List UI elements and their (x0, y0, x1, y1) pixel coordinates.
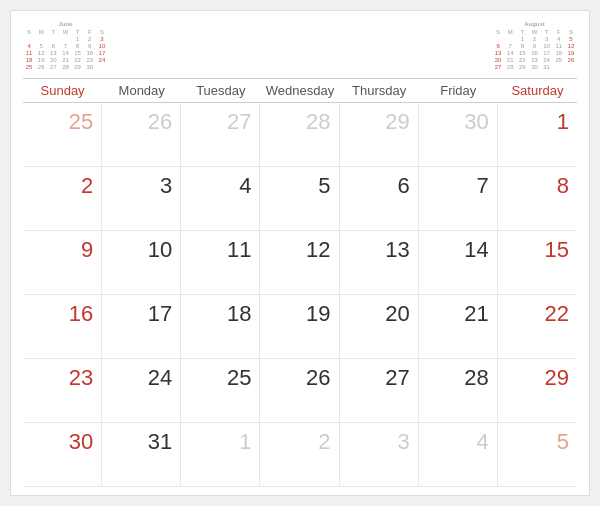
cal-cell[interactable]: 20 (340, 295, 419, 359)
cal-cell[interactable]: 7 (419, 167, 498, 231)
cal-cell[interactable]: 27 (181, 103, 260, 167)
mini-august-header-row: SMTWTFS (492, 28, 577, 35)
cal-cell[interactable]: 25 (181, 359, 260, 423)
cal-cell[interactable]: 13 (340, 231, 419, 295)
day-header-saturday: Saturday (498, 79, 577, 102)
mini-june-body: 1234567891011121314151617181920212223242… (23, 35, 108, 70)
cal-cell[interactable]: 19 (260, 295, 339, 359)
mini-june-title: June (23, 21, 108, 27)
cal-cell[interactable]: 14 (419, 231, 498, 295)
cal-cell[interactable]: 26 (260, 359, 339, 423)
days-header: SundayMondayTuesdayWednesdayThursdayFrid… (23, 78, 577, 103)
mini-june: June SMTWTFS 123456789101112131415161718… (23, 21, 108, 70)
cal-cell[interactable]: 28 (419, 359, 498, 423)
day-header-monday: Monday (102, 79, 181, 102)
cal-cell[interactable]: 5 (498, 423, 577, 487)
cal-cell[interactable]: 29 (340, 103, 419, 167)
cal-cell[interactable]: 31 (102, 423, 181, 487)
cal-cell[interactable]: 15 (498, 231, 577, 295)
cal-cell[interactable]: 27 (340, 359, 419, 423)
cal-cell[interactable]: 11 (181, 231, 260, 295)
cal-cell[interactable]: 16 (23, 295, 102, 359)
mini-august-title: August (492, 21, 577, 27)
day-header-friday: Friday (419, 79, 498, 102)
cal-cell[interactable]: 22 (498, 295, 577, 359)
cal-cell[interactable]: 26 (102, 103, 181, 167)
cal-cell[interactable]: 5 (260, 167, 339, 231)
cal-cell[interactable]: 17 (102, 295, 181, 359)
cal-cell[interactable]: 23 (23, 359, 102, 423)
header-row: June SMTWTFS 123456789101112131415161718… (23, 21, 577, 70)
cal-cell[interactable]: 3 (102, 167, 181, 231)
mini-august-table: SMTWTFS 12345678910111213141516171819202… (492, 28, 577, 70)
day-header-tuesday: Tuesday (181, 79, 260, 102)
cal-cell[interactable]: 1 (181, 423, 260, 487)
mini-june-header-row: SMTWTFS (23, 28, 108, 35)
cal-cell[interactable]: 4 (181, 167, 260, 231)
day-header-wednesday: Wednesday (260, 79, 339, 102)
cal-cell[interactable]: 2 (260, 423, 339, 487)
cal-cell[interactable]: 24 (102, 359, 181, 423)
cal-cell[interactable]: 1 (498, 103, 577, 167)
calendar-grid: 2526272829301234567891011121314151617181… (23, 103, 577, 487)
main-title (108, 21, 492, 31)
cal-cell[interactable]: 4 (419, 423, 498, 487)
cal-cell[interactable]: 21 (419, 295, 498, 359)
cal-cell[interactable]: 12 (260, 231, 339, 295)
day-header-thursday: Thursday (340, 79, 419, 102)
cal-cell[interactable]: 3 (340, 423, 419, 487)
day-header-sunday: Sunday (23, 79, 102, 102)
cal-cell[interactable]: 18 (181, 295, 260, 359)
cal-cell[interactable]: 30 (23, 423, 102, 487)
cal-cell[interactable]: 29 (498, 359, 577, 423)
cal-cell[interactable]: 8 (498, 167, 577, 231)
cal-cell[interactable]: 10 (102, 231, 181, 295)
mini-june-table: SMTWTFS 12345678910111213141516171819202… (23, 28, 108, 70)
calendar: June SMTWTFS 123456789101112131415161718… (10, 10, 590, 496)
cal-cell[interactable]: 2 (23, 167, 102, 231)
cal-cell[interactable]: 25 (23, 103, 102, 167)
cal-cell[interactable]: 28 (260, 103, 339, 167)
mini-august-body: 1234567891011121314151617181920212223242… (492, 35, 577, 70)
cal-cell[interactable]: 30 (419, 103, 498, 167)
cal-cell[interactable]: 6 (340, 167, 419, 231)
cal-cell[interactable]: 9 (23, 231, 102, 295)
mini-august: August SMTWTFS 1234567891011121314151617… (492, 21, 577, 70)
